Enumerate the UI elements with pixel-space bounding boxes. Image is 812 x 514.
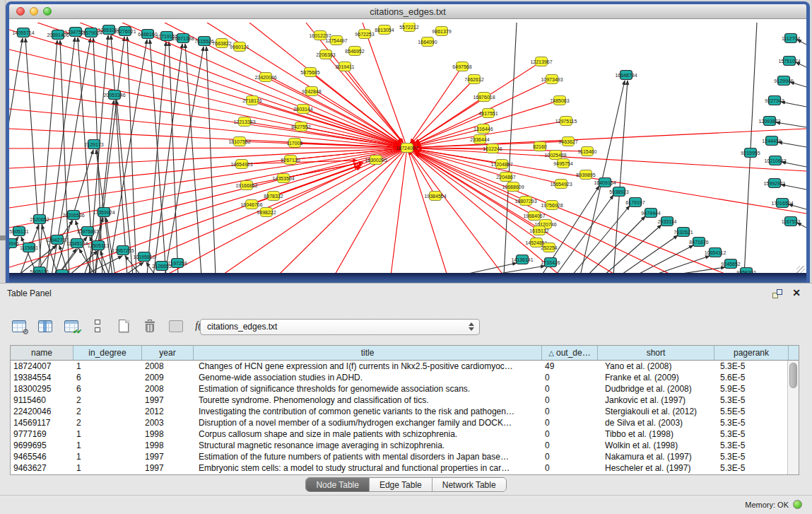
citation-edge-red[interactable]: [221, 148, 407, 276]
graph-node-label: 12975115: [555, 119, 577, 124]
citation-edge-red[interactable]: [407, 148, 673, 276]
citation-edge-red[interactable]: [411, 66, 462, 143]
float-panel-icon[interactable]: [772, 289, 782, 298]
citation-edge-black[interactable]: [185, 44, 201, 276]
citation-edge-red[interactable]: [122, 23, 407, 148]
column-header-in_degree[interactable]: in_degree: [73, 346, 142, 360]
cytoscape-desktop: citations_edges.txt 18724007183002952242…: [0, 0, 812, 514]
new-table-icon[interactable]: [114, 317, 133, 335]
table-cell: Genome-wide association studies in ADHD.: [194, 372, 542, 383]
table-cell: 2012: [142, 406, 194, 417]
graph-node-label: 8267130: [281, 158, 300, 163]
graph-node-label: 9672253: [355, 32, 374, 37]
graph-node-label: 9960121: [230, 45, 249, 49]
column-header-out_de[interactable]: △out_de…: [542, 346, 598, 360]
column-header-pagerank[interactable]: pagerank: [714, 346, 789, 360]
table-cell: 0: [542, 372, 598, 383]
graph-node-label: 1244419: [762, 139, 781, 144]
graph-node-label: 10973493: [541, 77, 563, 82]
network-view-window: citations_edges.txt 18724007183002952242…: [6, 1, 810, 283]
citation-network-graph[interactable]: 1872400718300295224200462718176122133831…: [9, 23, 806, 276]
graph-node-label: 15276021: [114, 29, 136, 34]
tab-network-table[interactable]: Network Table: [433, 478, 506, 491]
table-row[interactable]: 946554611997Estimation of the future num…: [11, 451, 787, 462]
desktop-left-strip: [0, 0, 6, 283]
column-header-title[interactable]: title: [194, 346, 542, 360]
citation-edge-red[interactable]: [312, 91, 401, 144]
citation-edge-red[interactable]: [9, 148, 407, 148]
table-row[interactable]: 946362711997Embryonic stem cells: a mode…: [11, 462, 787, 474]
table-selector-dropdown[interactable]: citations_edges.txt: [200, 319, 480, 335]
graph-node-label: 2204867: [496, 175, 515, 180]
table-cell: Tibbo et al. (1998): [598, 428, 714, 440]
tab-node-table[interactable]: Node Table: [306, 478, 370, 491]
table-row[interactable]: 1872400712008Changes of HCN gene express…: [11, 361, 787, 372]
graph-node-label: 8427552: [291, 124, 310, 129]
column-header-name[interactable]: name: [11, 346, 73, 360]
table-row[interactable]: 977716911998Corpus callosum shape and si…: [11, 428, 787, 440]
citation-edge-black[interactable]: [778, 142, 806, 147]
citation-edge-red[interactable]: [9, 109, 407, 148]
desktop-panel-edge: [0, 235, 6, 240]
graph-node-label: 1167533: [782, 219, 801, 224]
citation-edge-black[interactable]: [93, 38, 102, 276]
table-cell: Nakamura et al. (1997): [598, 451, 714, 462]
citation-edge-red[interactable]: [391, 148, 407, 276]
table-cell: 9463627: [11, 462, 73, 474]
table-cell: 1998: [142, 428, 194, 440]
citation-edge-red[interactable]: [407, 148, 447, 276]
table-cell: Franke et al. (2009): [598, 372, 714, 383]
citation-edge-black[interactable]: [781, 102, 806, 107]
table-row[interactable]: 1456911722003Disruption of a novel membe…: [11, 417, 787, 428]
table-cell: 2: [73, 406, 142, 417]
table-row[interactable]: 1830029562008Estimation of significance …: [11, 383, 787, 395]
citation-edge-black[interactable]: [127, 37, 136, 276]
delete-table-icon[interactable]: [141, 317, 159, 335]
table-cell: 14569117: [11, 417, 73, 428]
network-canvas[interactable]: 1872400718300295224200462718176122133831…: [9, 23, 806, 276]
table-cell: 5.5E-5: [714, 406, 787, 417]
table-row[interactable]: 1938455462009Genome-wide association stu…: [11, 372, 787, 383]
column-header-year[interactable]: year: [142, 346, 194, 360]
table-mode-icon[interactable]: ⚙: [10, 317, 28, 335]
table-panel: Table Panel ✕ ⚙ ✔✔ f(x) citations_edges.…: [0, 283, 812, 514]
table-row[interactable]: 969969511998Structural magnetic resonanc…: [11, 440, 787, 451]
graph-node-label: 16671388: [172, 36, 194, 41]
graph-node-label: 14055714: [12, 30, 34, 35]
graph-node-label: 19756928: [541, 203, 563, 208]
table-cell: 2003: [142, 417, 194, 428]
table-row[interactable]: 911546021997Tourette syndrome. Phenomeno…: [11, 395, 787, 406]
citation-edge-red[interactable]: [411, 79, 474, 144]
citation-edge-red[interactable]: [9, 148, 407, 247]
citation-edge-red[interactable]: [9, 148, 407, 208]
select-all-icon[interactable]: ✔✔: [62, 317, 81, 335]
rows-icon[interactable]: [88, 317, 107, 335]
citation-edge-red[interactable]: [407, 129, 806, 148]
memory-ok-indicator[interactable]: [793, 500, 802, 509]
table-cell: 1: [73, 428, 142, 440]
close-panel-icon[interactable]: ✕: [792, 287, 801, 298]
table-cell: 1997: [142, 451, 194, 462]
column-header-short[interactable]: short: [598, 346, 714, 360]
scrollbar-thumb[interactable]: [789, 363, 797, 388]
table-cell: 2008: [142, 383, 194, 395]
graph-node-label: 7485063: [550, 98, 569, 103]
tab-edge-table[interactable]: Edge Table: [370, 478, 433, 491]
citation-edge-black[interactable]: [111, 35, 127, 276]
graph-node-label: 8546952: [345, 49, 364, 54]
status-bar: Memory: OK: [0, 495, 812, 514]
window-titlebar[interactable]: citations_edges.txt: [9, 4, 806, 19]
graph-node-label: 9498222: [257, 210, 276, 215]
graph-node-label: 7615526: [194, 39, 213, 44]
table-panel-title: Table Panel: [7, 288, 52, 298]
show-columns-icon[interactable]: [36, 317, 54, 335]
graph-node-label: 12213383: [233, 119, 255, 124]
graph-node-label: 9463627: [558, 139, 577, 144]
graph-node-label: 5875685: [300, 70, 319, 75]
table-cell: 1: [73, 451, 142, 462]
table-cell: 1: [73, 361, 142, 372]
table-row[interactable]: 2242004622012Investigating the contribut…: [11, 406, 787, 417]
table-vertical-scrollbar[interactable]: [787, 361, 799, 474]
table-cell: Wolkin et al. (1998): [598, 440, 714, 451]
graph-node-label: 117006: [287, 141, 303, 146]
